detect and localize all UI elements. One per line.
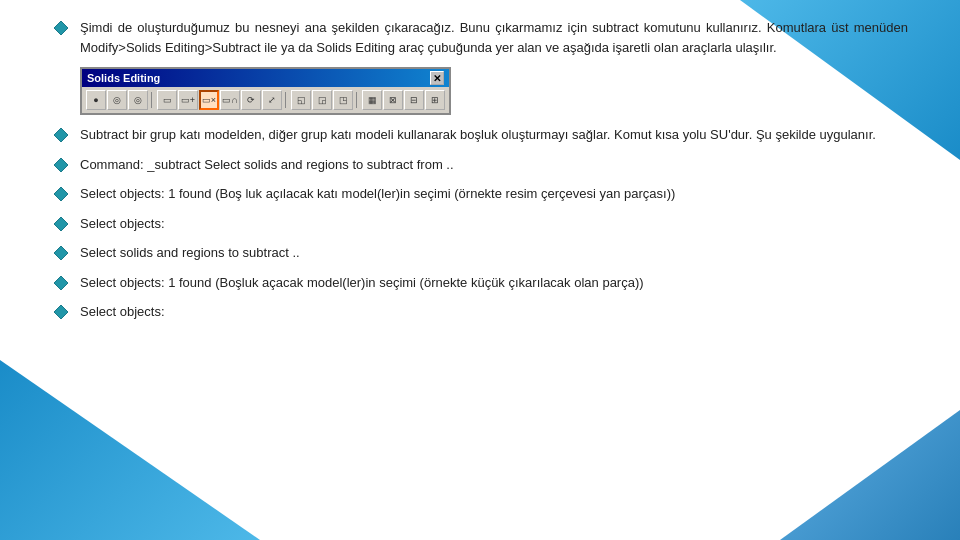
bullet-icon-5 — [52, 215, 70, 233]
list-item: Select objects: — [52, 302, 908, 322]
toolbar-icon[interactable]: ⊞ — [425, 90, 445, 110]
toolbar-icon[interactable]: ◳ — [333, 90, 353, 110]
list-item: Command: _subtract Select solids and reg… — [52, 155, 908, 175]
svg-marker-4 — [54, 217, 68, 231]
bullet-text-4: Select objects: 1 found (Boş luk açılaca… — [80, 184, 675, 204]
svg-marker-6 — [54, 276, 68, 290]
toolbar-icon[interactable]: ⊠ — [383, 90, 403, 110]
list-item: Subtract bir grup katı modelden, diğer g… — [52, 125, 908, 145]
bullet-icon-1 — [52, 19, 70, 37]
toolbar-icon[interactable]: ▭+ — [178, 90, 198, 110]
bullet-icon-4 — [52, 185, 70, 203]
list-item: Select objects: 1 found (Boş luk açılaca… — [52, 184, 908, 204]
toolbar-icon[interactable]: ▭∩ — [220, 90, 240, 110]
bullet-icon-3 — [52, 156, 70, 174]
toolbar-icon-subtract[interactable]: ▭× — [199, 90, 219, 110]
bullet-icon-8 — [52, 303, 70, 321]
toolbar-icon[interactable]: ◱ — [291, 90, 311, 110]
list-item: Şimdi de oluşturduğumuz bu nesneyi ana ş… — [52, 18, 908, 57]
bullet-icon-7 — [52, 274, 70, 292]
toolbar-icon[interactable]: ▭ — [157, 90, 177, 110]
toolbar-icon[interactable]: ▦ — [362, 90, 382, 110]
svg-marker-2 — [54, 158, 68, 172]
toolbar-separator — [151, 92, 154, 108]
toolbar-titlebar: Solids Editing ✕ — [82, 69, 449, 87]
toolbar-container: Solids Editing ✕ ● ◎ ◎ ▭ ▭+ ▭× ▭∩ ⟳ ⤢ ◱ … — [80, 67, 908, 115]
toolbar-icon[interactable]: ⊟ — [404, 90, 424, 110]
bullet-text-3: Command: _subtract Select solids and reg… — [80, 155, 454, 175]
bg-decoration-bottom-left — [0, 360, 260, 540]
toolbar-icons: ● ◎ ◎ ▭ ▭+ ▭× ▭∩ ⟳ ⤢ ◱ ◲ ◳ ▦ ⊠ ⊟ ⊞ — [82, 87, 449, 113]
toolbar-icon[interactable]: ◲ — [312, 90, 332, 110]
bullet-icon-2 — [52, 126, 70, 144]
toolbar-icon[interactable]: ◎ — [107, 90, 127, 110]
toolbar-separator — [356, 92, 359, 108]
toolbar-icon[interactable]: ⟳ — [241, 90, 261, 110]
toolbar-separator — [285, 92, 288, 108]
list-item: Select objects: 1 found (Boşluk açacak m… — [52, 273, 908, 293]
toolbar-icon[interactable]: ⤢ — [262, 90, 282, 110]
bullet-icon-6 — [52, 244, 70, 262]
svg-marker-5 — [54, 246, 68, 260]
toolbar-icon[interactable]: ● — [86, 90, 106, 110]
list-item: Select objects: — [52, 214, 908, 234]
main-content: Şimdi de oluşturduğumuz bu nesneyi ana ş… — [0, 0, 960, 350]
bullet-text-8: Select objects: — [80, 302, 165, 322]
toolbar-icon[interactable]: ◎ — [128, 90, 148, 110]
bullet-text-5: Select objects: — [80, 214, 165, 234]
bullet-text-1: Şimdi de oluşturduğumuz bu nesneyi ana ş… — [80, 18, 908, 57]
solids-editing-toolbar: Solids Editing ✕ ● ◎ ◎ ▭ ▭+ ▭× ▭∩ ⟳ ⤢ ◱ … — [80, 67, 451, 115]
bg-decoration-bottom-right — [780, 410, 960, 540]
bullet-text-7: Select objects: 1 found (Boşluk açacak m… — [80, 273, 644, 293]
bullet-text-6: Select solids and regions to subtract .. — [80, 243, 300, 263]
list-item: Select solids and regions to subtract .. — [52, 243, 908, 263]
toolbar-close-button[interactable]: ✕ — [430, 71, 444, 85]
toolbar-title: Solids Editing — [87, 72, 160, 84]
bullet-text-2: Subtract bir grup katı modelden, diğer g… — [80, 125, 876, 145]
svg-marker-3 — [54, 187, 68, 201]
svg-marker-1 — [54, 128, 68, 142]
svg-marker-0 — [54, 21, 68, 35]
svg-marker-7 — [54, 305, 68, 319]
